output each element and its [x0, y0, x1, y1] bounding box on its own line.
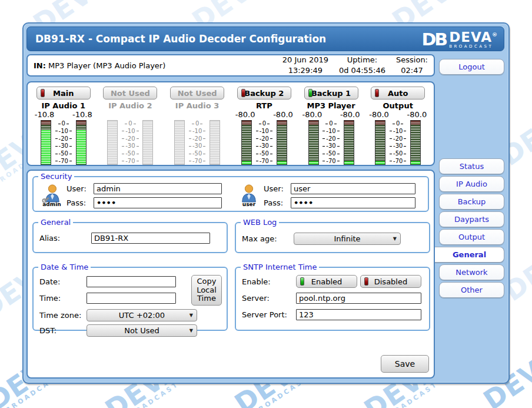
level-meter-bar: [174, 120, 185, 165]
input-source-label: IN:: [34, 61, 46, 70]
chevron-down-icon: ▼: [189, 328, 193, 333]
sidebar-item-ip-audio[interactable]: IP Audio: [439, 176, 504, 192]
user-icon: [238, 184, 260, 203]
meter-right-db: -80.0: [407, 110, 427, 120]
sidebar-item-other[interactable]: Other: [439, 282, 504, 298]
level-meter-bar: [410, 120, 421, 165]
general-legend: General: [38, 218, 73, 227]
meter-group-output: Auto Output -80.0 -80.0 0 -10 -20 -30 -5…: [367, 82, 429, 165]
alias-field[interactable]: [91, 233, 210, 244]
meter-left-db: -80.0: [369, 110, 389, 120]
timezone-select[interactable]: UTC +02:00 ▼: [87, 309, 197, 321]
level-meter-bar: [375, 120, 385, 165]
general-section: General Alias:: [32, 218, 228, 253]
red-led-icon: [375, 89, 379, 97]
not-used-button[interactable]: Not Used: [170, 87, 224, 99]
date-value: 20 Jun 2019: [282, 55, 328, 65]
level-meter-bar: [76, 120, 87, 165]
time-label: Time:: [39, 294, 87, 303]
time-field[interactable]: [87, 293, 176, 304]
admin-password-field[interactable]: [94, 197, 222, 208]
meter-left-db: -10.8: [35, 110, 55, 120]
dst-label: DST:: [39, 326, 87, 335]
weblog-legend: WEB Log: [241, 218, 279, 227]
header-bar: DB91-RX - Compact IP Audio Decoder Confi…: [26, 26, 504, 51]
backup2-source-button[interactable]: Backup 2: [237, 87, 291, 99]
sidebar-item-backup[interactable]: Backup: [439, 194, 504, 210]
user-pass-label: Pass:: [264, 198, 291, 207]
main-panel: DB91-RX - Compact IP Audio Decoder Confi…: [22, 22, 510, 384]
not-used-button[interactable]: Not Used: [103, 87, 157, 99]
meter-left-db: -80.0: [235, 110, 255, 120]
uptime-display: Uptime: 0d 04:55:46: [339, 55, 385, 76]
backup1-source-button[interactable]: Backup 1: [304, 87, 358, 99]
level-meter-bar: [344, 120, 354, 165]
level-meter-bar: [107, 120, 118, 165]
level-meter-bar: [210, 120, 220, 165]
settings-panel: Security admin: [26, 170, 435, 379]
datetime-section: Date & Time Date: Time: Copy Local Time …: [32, 263, 228, 331]
meter-left-db: -80.0: [302, 110, 322, 120]
save-button[interactable]: Save: [381, 355, 429, 373]
admin-pass-label: Pass:: [66, 198, 94, 207]
meter-scale: 0 -10 -20 -30 -50 -70: [185, 120, 210, 165]
sidebar-item-dayparts[interactable]: Dayparts: [439, 211, 504, 227]
sidebar-item-status[interactable]: Status: [439, 158, 504, 174]
red-led-icon: [241, 89, 245, 97]
copy-local-time-button[interactable]: Copy Local Time: [191, 275, 222, 306]
weblog-section: WEB Log Max age: Infinite ▼: [235, 218, 430, 253]
admin-user-label: User:: [66, 184, 94, 193]
meter-label: IP Audio 1: [41, 101, 85, 110]
sntp-enable-label: Enable:: [242, 277, 296, 286]
alias-label: Alias:: [39, 234, 91, 243]
sntp-enabled-button[interactable]: Enabled: [296, 275, 357, 288]
green-led-icon: [308, 89, 312, 97]
deva-logo: DB DEVA® BROADCAST: [421, 29, 498, 50]
meter-label: IP Audio 3: [175, 101, 219, 110]
registered-mark: ®: [492, 32, 498, 38]
audio-meters-panel: Main IP Audio 1 -10.8 -10.8 0 -10 -20 -3…: [26, 81, 435, 166]
timezone-label: Time zone:: [39, 311, 87, 320]
meter-label: Output: [383, 101, 413, 110]
user-username-field[interactable]: [291, 183, 415, 194]
level-meter-bar: [241, 120, 252, 165]
user-password-field[interactable]: [291, 197, 415, 208]
input-source-value: MP3 Player (MP3 Audio Player): [48, 61, 165, 70]
date-field[interactable]: [87, 276, 176, 287]
sidebar-item-general[interactable]: General: [435, 247, 504, 263]
meter-group-ip-audio-2: Not Used IP Audio 2 0 -10 -20 -30 -50 -7…: [99, 82, 161, 165]
dst-select[interactable]: Not Used ▼: [87, 324, 197, 337]
auto-source-button[interactable]: Auto: [371, 87, 425, 99]
datetime-legend: Date & Time: [38, 263, 91, 271]
meter-label: IP Audio 2: [108, 101, 152, 110]
chevron-down-icon: ▼: [393, 236, 397, 241]
deva-db-glyph-icon: DB: [421, 30, 446, 49]
sntp-server-field[interactable]: [296, 293, 421, 304]
meter-scale: 0 -10 -20 -30 -50 -70: [51, 120, 76, 165]
sntp-port-label: Server Port:: [242, 310, 296, 319]
sntp-disabled-button[interactable]: Disabled: [360, 275, 421, 288]
max-age-select[interactable]: Infinite ▼: [294, 233, 401, 245]
main-source-button[interactable]: Main: [36, 87, 91, 99]
level-meter-bar: [142, 120, 153, 165]
meter-scale: 0 -10 -20 -30 -50 -70: [252, 120, 277, 165]
sidebar-item-network[interactable]: Network: [439, 264, 504, 280]
deva-broadcast-text: BROADCAST: [449, 45, 498, 49]
meter-scale: 0 -10 -20 -30 -50 -70: [385, 120, 410, 165]
sntp-port-field[interactable]: [296, 309, 421, 320]
session-label: Session:: [396, 55, 428, 65]
level-meter-bar: [308, 120, 319, 165]
level-meter-bar: [277, 120, 287, 165]
date-label: Date:: [39, 277, 87, 286]
meter-group-rtp: Backup 2 RTP -80.0 -80.0 0 -10 -20 -30 -…: [233, 82, 295, 165]
red-led-icon: [364, 277, 368, 286]
sntp-legend: SNTP Internet Time: [241, 263, 319, 271]
meter-group-mp3-player: Backup 1 MP3 Player -80.0 -80.0 0 -10 -2…: [300, 82, 363, 165]
logout-button[interactable]: Logout: [439, 59, 504, 75]
session-value: 02:47: [396, 65, 428, 76]
meter-label: RTP: [256, 101, 272, 110]
admin-username-field[interactable]: [94, 183, 222, 194]
sidebar-item-output[interactable]: Output: [439, 229, 504, 245]
datetime-display: 20 Jun 2019 13:29:49: [282, 55, 328, 76]
security-section: Security admin: [32, 172, 429, 212]
